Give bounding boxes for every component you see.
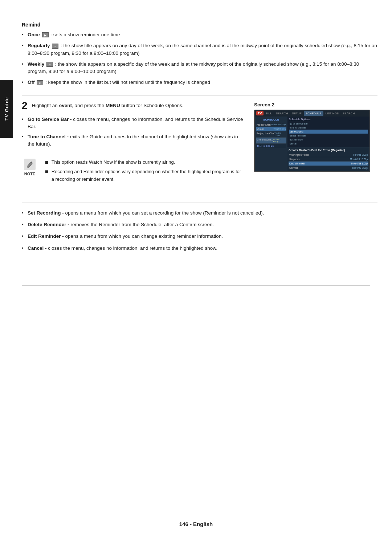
note-box: NOTE ■ This option reads Watch Now if th… (22, 154, 243, 190)
step2-left: 2 Highlight an event, and press the MENU… (22, 102, 243, 196)
tv-show-detail: Greater Boston's Beat the Press (Magazin… (289, 148, 368, 152)
cancel-label: Cancel - (28, 245, 47, 251)
once-label: Once ▶ : sets a show reminder one time (28, 32, 120, 37)
screen2-label: Screen 2 (254, 102, 377, 107)
cancel-text: closes the menu, changes no information,… (47, 245, 218, 251)
note-bullet-1: ■ (45, 159, 49, 166)
tv-schedule-row: Seinfeld Tue 6/29 3:00p (289, 166, 368, 170)
list-item: Regularly ≡ : the show title appears on … (22, 42, 377, 57)
tv-top-bar: TV BILL SEARCH SETUP SCHEDULE LISTINGS S… (255, 110, 369, 117)
tv-show-row: Nightly Craft Thu 6/24 5:30p (256, 123, 286, 127)
off-icon: ✗ (37, 80, 43, 85)
tv-option-service-bar[interactable]: go to Service Bar (289, 122, 368, 126)
tune-to-channel-label: Tune to Channel - (28, 134, 69, 139)
edit-reminder-label: Edit Reminder - (28, 233, 64, 239)
remind-list: Once ▶ : sets a show reminder one time R… (22, 31, 377, 86)
tv-tab-setup[interactable]: SETUP (290, 111, 303, 116)
side-tab-label: TV Guide (4, 97, 9, 121)
note-bullet-2: ■ (45, 168, 49, 183)
note-label: NOTE (24, 172, 36, 176)
step2-text: Highlight an event, and press the MENU b… (32, 102, 184, 111)
list-item: Tune to Channel - exits the Guide and tu… (22, 133, 243, 148)
screen2-col: Screen 2 TV BILL SEARCH SETUP SCHEDULE L… (254, 102, 377, 196)
list-item: Once ▶ : sets a show reminder one time (22, 31, 377, 38)
note-text-2: Recording and Reminder options vary depe… (52, 168, 243, 183)
delete-reminder-text: removes the Reminder from the Schedule, … (69, 222, 214, 227)
tv-info-bar: 111 ●●● 0:00 ▶▶ (256, 144, 286, 148)
note-content: ■ This option reads Watch Now if the sho… (42, 159, 243, 186)
tv-left-panel: SCHEDULE Nightly Craft Thu 6/24 5:30p Mi… (255, 117, 287, 172)
tv-option-set-recording[interactable]: set recording (289, 130, 368, 134)
tv-show-row-selected: Grtr Boston's... Fri 6/25 1:00p (256, 138, 286, 144)
tv-option-delete-reminder[interactable]: delete reminder (289, 134, 368, 138)
tv-tab-listings[interactable]: LISTINGS (324, 111, 340, 116)
weekly-label: Weekly ≋ : the show title appears on a s… (28, 61, 359, 74)
tv-options-panel: Schedule Options go to Service Bar tune … (287, 117, 369, 147)
tv-schedule-row: Washington Yakolt Fri 6/25 9:00p (289, 153, 368, 157)
footer-page-number: 146 - English (0, 521, 392, 527)
tv-option-cancel[interactable]: cancel (289, 142, 368, 146)
list-item-edit-reminder: Edit Reminder - opens a menu from which … (22, 233, 377, 240)
footer-divider (22, 285, 370, 286)
tv-logo: TV (256, 111, 264, 115)
tv-tab-search1[interactable]: SEARCH (274, 111, 290, 116)
once-icon: ▶ (42, 32, 49, 37)
section-divider-2 (22, 203, 377, 203)
lower-bullets: Set Recording - opens a menu from which … (22, 209, 377, 252)
step2-bullets: Go to Service Bar - closes the menu, cha… (22, 116, 243, 148)
tv-nav-tabs: BILL SEARCH SETUP SCHEDULE LISTINGS SEAR… (264, 111, 368, 116)
off-label: Off ✗ : keeps the show in the list but w… (28, 80, 210, 85)
step2-section: 2 Highlight an event, and press the MENU… (22, 102, 377, 196)
list-item: Off ✗ : keeps the show in the list but w… (22, 79, 377, 86)
tv-body: SCHEDULE Nightly Craft Thu 6/24 5:30p Mi… (255, 117, 369, 172)
note-item-1: ■ This option reads Watch Now if the sho… (42, 159, 243, 166)
tv-show-row: Beijing the Chn... T 6/29 7:30p (256, 131, 286, 138)
step2-row: 2 Highlight an event, and press the MENU… (22, 102, 243, 111)
note-text-1: This option reads Watch Now if the show … (52, 159, 175, 166)
section-divider (22, 95, 377, 95)
list-item-set-recording: Set Recording - opens a menu from which … (22, 209, 377, 217)
tv-option-edit-reminder[interactable]: edit reminder (289, 138, 368, 142)
delete-reminder-label: Delete Reminder - (28, 222, 69, 227)
edit-reminder-text: opens a menu from which you can change e… (64, 233, 223, 239)
tv-options-title: Schedule Options (289, 118, 368, 121)
tv-right-detail: Greater Boston's Beat the Press (Magazin… (287, 147, 369, 172)
list-item: Go to Service Bar - closes the menu, cha… (22, 116, 243, 131)
go-to-service-bar-label: Go to Service Bar - (28, 117, 72, 122)
regularly-label: Regularly ≡ : the show title appears on … (28, 43, 377, 56)
tv-tab-search2[interactable]: SEARCH (341, 111, 356, 116)
note-item-2: ■ Recording and Reminder options vary de… (42, 168, 243, 183)
main-content: Remind Once ▶ : sets a show reminder one… (22, 0, 377, 278)
list-item-cancel: Cancel - closes the menu, changes no inf… (22, 245, 377, 252)
note-pencil-icon (24, 159, 36, 170)
remind-title: Remind (22, 22, 377, 28)
tv-show-row: Mirage T 6/29 9:00a (256, 127, 286, 131)
regularly-icon: ≡ (52, 44, 58, 49)
tv-schedule-title: SCHEDULE (256, 118, 286, 121)
weekly-icon: ≋ (46, 62, 53, 67)
set-recording-label: Set Recording (28, 210, 61, 216)
remind-section: Remind Once ▶ : sets a show reminder one… (22, 22, 377, 86)
tv-option-tune[interactable]: tune to channel (289, 126, 368, 130)
note-icon-area: NOTE (22, 159, 38, 176)
tv-screen: TV BILL SEARCH SETUP SCHEDULE LISTINGS S… (254, 110, 370, 172)
set-recording-text: - opens a menu from which you can set a … (61, 210, 264, 216)
side-tab: TV Guide (0, 80, 13, 138)
tv-schedule-row: Simpsons Mon 6/28 10:30p (289, 157, 368, 162)
tv-tab-bill[interactable]: BILL (264, 111, 274, 116)
tv-tab-schedule[interactable]: SCHEDULE (304, 111, 323, 116)
list-item-delete-reminder: Delete Reminder - removes the Reminder f… (22, 221, 377, 228)
step-number: 2 (22, 101, 28, 111)
tv-main-panel: Schedule Options go to Service Bar tune … (287, 117, 369, 172)
tv-schedule-row-highlighted: King of the Hill Mon 6/28 1:00p (289, 162, 368, 166)
list-item: Weekly ≋ : the show title appears on a s… (22, 61, 377, 76)
